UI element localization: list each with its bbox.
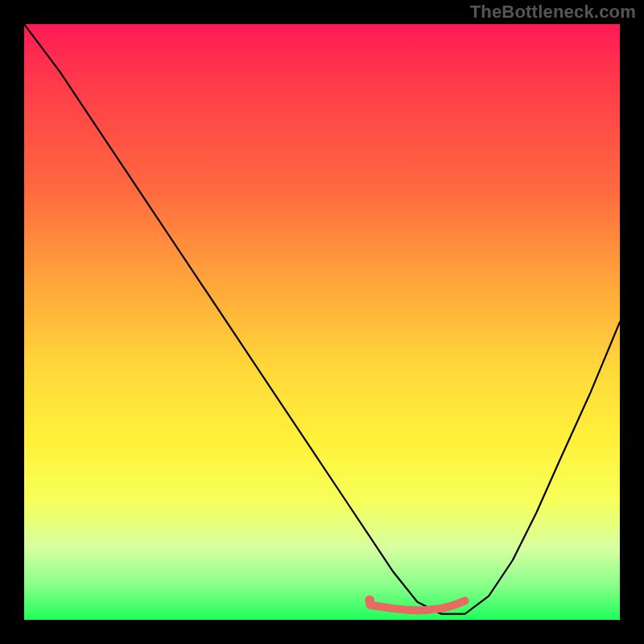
- curve-layer: [24, 24, 620, 620]
- optimal-range-dot: [365, 596, 374, 605]
- chart-frame: TheBottleneck.com: [0, 0, 644, 644]
- plot-area: [24, 24, 620, 620]
- bottleneck-curve: [24, 24, 620, 614]
- watermark-text: TheBottleneck.com: [470, 2, 636, 23]
